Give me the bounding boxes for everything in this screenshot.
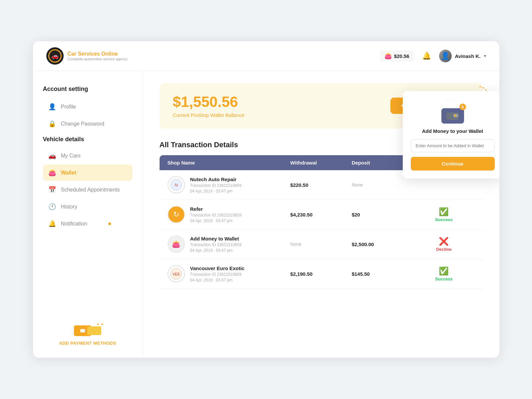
add-payment-label[interactable]: ADD PAYMENT METHODS <box>59 341 116 346</box>
card-chip <box>80 329 85 332</box>
notification-bell-icon[interactable]: 🔔 <box>422 52 431 60</box>
change-password-label: Change Password <box>61 121 105 127</box>
status-addwallet: ❌ Decline <box>413 237 474 252</box>
profile-icon: 👤 <box>48 103 56 111</box>
shop-logo-nutech: N <box>168 176 185 194</box>
cars-icon: 🚗 <box>48 152 56 160</box>
shop-name-refer: Refer <box>190 206 242 212</box>
deposit-addwallet: $2,500.00 <box>352 241 413 247</box>
header-wallet-amount: $20.56 <box>394 53 409 59</box>
status-label-addwallet: Decline <box>436 247 451 252</box>
status-label-refer: Success <box>435 217 453 222</box>
status-vancouver: ✅ Success <box>413 266 474 281</box>
tx-id-vancouver: Transaction ID 23621510859 <box>190 272 245 277</box>
scheduled-appointments-label: Scheduled Appointments <box>61 187 120 193</box>
shop-logo-refer: ↻ <box>168 206 185 223</box>
wallet-label: Wallet <box>61 170 77 176</box>
header-right: 👛 $20.56 🔔 👤 Avinash K. ▾ <box>380 50 486 62</box>
chevron-down-icon: ▾ <box>484 54 486 58</box>
svg-text:VEE: VEE <box>172 272 180 276</box>
deposit-vancouver: $145.50 <box>352 271 413 277</box>
table-row: 👛 Add Money to Wallet Transaction ID 236… <box>160 229 483 259</box>
notification-label: Notification <box>61 221 87 227</box>
shop-logo-vancouver: VEE <box>168 265 185 282</box>
wallet-icon: 👛 <box>384 52 392 60</box>
withdrawal-refer: $4,230.50 <box>290 212 351 217</box>
popup-icon-area: $ · · · <box>411 100 495 124</box>
popup-amount-input[interactable] <box>411 139 495 152</box>
popup-dots-decoration: · · · <box>447 98 455 101</box>
refer-info: Refer Transaction ID 23621510859 04 Apr,… <box>190 206 242 223</box>
profile-label: Profile <box>61 104 76 110</box>
body-layout: Account setting 👤 Profile 🔒 Change Passw… <box>33 71 499 358</box>
notification-dot <box>108 222 111 225</box>
popup-coin: $ <box>459 104 466 110</box>
history-label: History <box>61 204 78 210</box>
balance-label: Current ProStop Wallet Ballance <box>173 112 245 118</box>
popup-continue-label: Continue <box>442 161 463 167</box>
main-content: $1,550.56 Current ProStop Wallet Ballanc… <box>143 71 499 358</box>
table-row: ↻ Refer Transaction ID 23621510859 04 Ap… <box>160 200 483 229</box>
sidebar-item-wallet[interactable]: 👛 Wallet <box>43 165 133 181</box>
header-wallet-badge: 👛 $20.56 <box>380 50 414 62</box>
nutech-info: Nutech Auto Repair Transaction ID 236215… <box>190 177 242 194</box>
my-cars-label: My Cars <box>61 153 81 159</box>
deposit-nutech: None <box>352 182 413 188</box>
sidebar-item-profile[interactable]: 👤 Profile <box>43 99 133 115</box>
popup-wallet-illustration: $ · · · <box>439 100 466 124</box>
svg-point-6 <box>454 115 456 117</box>
popup-title: Add Money to your Wallet <box>411 128 495 134</box>
add-wallet-shop-icon: 👛 <box>172 240 180 248</box>
shop-logo-addwallet: 👛 <box>168 235 185 253</box>
calendar-icon: 📅 <box>48 186 56 194</box>
add-money-popup: $ · · · Add Money to your Wallet Continu… <box>403 91 499 179</box>
shop-cell-vancouver: VEE Vancouver Euro Exotic Transaction ID… <box>168 265 290 282</box>
tx-date-nutech: 04 Apr, 2019 · 03:47 pm <box>190 189 242 194</box>
tx-date-addwallet: 04 Apr, 2019 · 03:47 pm <box>190 248 242 253</box>
svg-text:N: N <box>175 183 178 188</box>
vancouver-info: Vancouver Euro Exotic Transaction ID 236… <box>190 265 245 282</box>
withdrawal-addwallet: None <box>290 241 351 247</box>
history-icon: 🕐 <box>48 203 56 210</box>
logo-area: 🚗 Car Services Online Complete automotiv… <box>46 47 128 65</box>
balance-amount: $1,550.56 <box>173 94 245 110</box>
logo-subtitle: Complete automotive service agency <box>68 57 128 61</box>
refer-icon: ↻ <box>173 210 179 219</box>
withdrawal-vancouver: $2,190.50 <box>290 271 351 277</box>
user-menu[interactable]: 👤 Avinash K. ▾ <box>439 50 486 62</box>
shop-name-nutech: Nutech Auto Repair <box>190 177 242 182</box>
success-icon-vancouver: ✅ <box>439 266 449 276</box>
table-row: VEE Vancouver Euro Exotic Transaction ID… <box>160 259 483 289</box>
sidebar: Account setting 👤 Profile 🔒 Change Passw… <box>33 71 143 358</box>
shop-cell-nutech: N Nutech Auto Repair Transaction ID 2362… <box>168 176 290 194</box>
shop-name-vancouver: Vancouver Euro Exotic <box>190 265 245 271</box>
add-payment-area[interactable]: ✦ ✦ ADD PAYMENT METHODS <box>43 315 133 346</box>
popup-wallet-svg <box>446 111 459 121</box>
notification-nav-icon: 🔔 <box>48 220 56 227</box>
car-icon: 🚗 <box>51 52 59 60</box>
avatar-image: 👤 <box>441 52 450 60</box>
main-card: 🚗 Car Services Online Complete automotiv… <box>33 41 499 358</box>
tx-id-refer: Transaction ID 23621510859 <box>190 213 242 217</box>
tx-date-vancouver: 04 Apr, 2019 · 03:47 pm <box>190 278 245 282</box>
stars-decoration: ✦ ✦ <box>96 322 104 327</box>
notification-area[interactable]: 🔔 <box>422 52 431 60</box>
sidebar-item-notification[interactable]: 🔔 Notification <box>43 215 133 232</box>
card-shape-secondary <box>87 326 101 335</box>
payment-illustration: ✦ ✦ <box>74 325 101 336</box>
logo-icon: 🚗 <box>46 47 64 65</box>
sidebar-item-history[interactable]: 🕐 History <box>43 199 133 215</box>
avatar: 👤 <box>439 50 452 62</box>
popup-continue-button[interactable]: Continue <box>411 157 495 171</box>
wallet-balance-area: $1,550.56 Current ProStop Wallet Ballanc… <box>173 94 245 118</box>
sidebar-item-change-password[interactable]: 🔒 Change Password <box>43 116 133 132</box>
nutech-logo-svg: N <box>170 179 182 191</box>
tx-date-refer: 04 Apr, 2019 · 03:47 pm <box>190 218 242 223</box>
sidebar-item-my-cars[interactable]: 🚗 My Cars <box>43 148 133 164</box>
sidebar-item-scheduled-appointments[interactable]: 📅 Scheduled Appointments <box>43 182 133 198</box>
user-name: Avinash K. <box>455 53 481 59</box>
vancouver-logo-svg: VEE <box>170 268 182 280</box>
decline-icon: ❌ <box>439 237 449 246</box>
vehicle-section-label: Vehicle details <box>43 136 133 143</box>
account-section-label: Account setting <box>43 86 133 93</box>
